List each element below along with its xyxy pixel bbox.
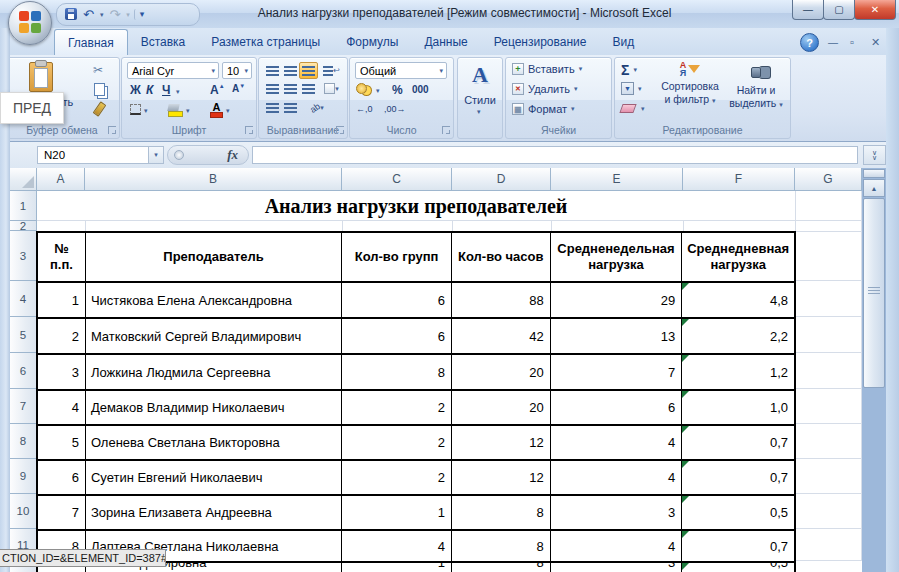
cell[interactable]: 0,7 [682, 426, 794, 459]
office-button[interactable] [8, 1, 52, 45]
decrease-decimal-icon[interactable]: ,00→ [384, 104, 406, 114]
ribbon-tab-1[interactable]: Вставка [128, 30, 199, 55]
row-header-3[interactable]: 3 [10, 231, 37, 281]
cell[interactable]: 6 [342, 319, 452, 353]
cell[interactable]: 6 [38, 461, 86, 494]
cell[interactable]: 0,5 [682, 496, 794, 529]
formula-input[interactable] [252, 146, 858, 164]
align-top-icon[interactable] [263, 62, 282, 79]
cell[interactable]: 4 [551, 461, 683, 494]
close-button[interactable]: ✕ [854, 0, 896, 20]
cell[interactable]: 2,2 [682, 319, 794, 353]
cell[interactable]: 1,2 [682, 355, 794, 389]
name-box-dropdown-icon[interactable]: ▾ [149, 146, 164, 164]
font-size-select[interactable]: 10▾ [222, 62, 252, 79]
ribbon-tab-0[interactable]: Главная [54, 29, 128, 56]
save-icon[interactable] [63, 7, 79, 23]
row-header-10[interactable]: 10 [10, 494, 37, 529]
cell[interactable]: 2 [38, 319, 86, 353]
cell[interactable]: 2 [342, 426, 452, 459]
cell[interactable]: Оленева Светлана Викторовна [86, 426, 342, 459]
workbook-restore-icon[interactable]: ▫ [850, 36, 854, 48]
decrease-indent-icon[interactable] [263, 99, 282, 116]
borders-dropdown-icon[interactable]: ▾ [144, 107, 148, 115]
clipboard-dialog-launcher-icon[interactable] [108, 126, 116, 134]
cell[interactable]: 4,8 [682, 283, 794, 317]
comma-style-button[interactable]: 000 [412, 84, 429, 95]
cell[interactable]: 42 [452, 319, 551, 353]
cell-styles-icon[interactable]: А [458, 62, 502, 88]
accounting-format-icon[interactable] [356, 83, 367, 94]
delete-cells-button[interactable]: ✕Удалить▾ [512, 83, 578, 95]
header-cell[interactable]: Кол-во часов [452, 233, 551, 281]
align-right-icon[interactable] [299, 80, 318, 97]
maximize-button[interactable]: ▢ [823, 0, 855, 20]
header-cell[interactable]: № п.п. [38, 233, 86, 281]
undo-icon[interactable]: ↶ [81, 7, 96, 22]
cell[interactable]: 4 [38, 391, 86, 424]
font-dialog-launcher-icon[interactable] [245, 126, 253, 134]
cell[interactable]: 4 [551, 531, 683, 561]
ribbon-tab-4[interactable]: Данные [411, 30, 480, 55]
cell[interactable]: 5 [38, 426, 86, 459]
cell[interactable]: 8 [452, 496, 551, 529]
cell[interactable]: 0,5 [682, 563, 794, 572]
fill-button[interactable]: ▼▾ [621, 82, 642, 95]
cell[interactable]: 8 [452, 563, 551, 572]
borders-icon[interactable] [130, 104, 141, 115]
cell[interactable]: 1 [342, 496, 452, 529]
undo-dropdown-icon[interactable]: ▾ [98, 10, 106, 19]
workbook-minimize-icon[interactable]: — [828, 37, 838, 48]
underline-button[interactable]: Ч [162, 83, 170, 97]
cell[interactable]: Зорина Елизавета Андреевна [86, 496, 342, 529]
wrap-text-icon[interactable]: ↩ [321, 62, 342, 79]
fill-color-icon[interactable] [168, 104, 183, 117]
column-header-B[interactable]: B [85, 168, 342, 191]
cell[interactable]: 6 [342, 283, 452, 317]
cell[interactable]: 0,7 [682, 531, 794, 561]
cell[interactable]: Суетин Евгений Николаевич [86, 461, 342, 494]
alignment-dialog-launcher-icon[interactable] [336, 126, 344, 134]
cell[interactable]: 3 [551, 563, 683, 572]
cell[interactable]: 1 [38, 283, 86, 317]
row-header-6[interactable]: 6 [10, 353, 37, 389]
italic-button[interactable]: К [146, 83, 153, 97]
cell[interactable]: 4 [551, 426, 683, 459]
help-icon[interactable]: ? [800, 33, 819, 52]
number-format-select[interactable]: Общий▾ [355, 62, 447, 79]
row-header-7[interactable]: 7 [10, 389, 37, 424]
column-header-G[interactable]: G [795, 168, 862, 191]
accounting-dropdown-icon[interactable]: ▾ [376, 87, 380, 95]
cell[interactable]: 3 [38, 355, 86, 389]
cell[interactable]: 2 [342, 461, 452, 494]
cell[interactable]: 7 [551, 355, 683, 389]
grow-font-button[interactable]: А▲ [210, 83, 225, 97]
scrollbar-split-handle[interactable] [863, 169, 885, 178]
header-cell[interactable]: Кол-во групп [342, 233, 452, 281]
ribbon-tab-2[interactable]: Разметка страницы [198, 30, 333, 55]
cell[interactable]: 12 [452, 426, 551, 459]
format-cells-button[interactable]: ▦Формат▾ [512, 103, 575, 115]
sort-filter-button[interactable]: АЯ Сортировка и фильтр ▾ [659, 61, 721, 106]
name-box[interactable]: N20 [37, 146, 149, 164]
column-header-A[interactable]: A [37, 168, 85, 191]
format-painter-icon[interactable] [96, 102, 103, 116]
cell[interactable]: 2 [342, 391, 452, 424]
insert-function-button[interactable]: fx [167, 145, 249, 165]
column-header-D[interactable]: D [452, 168, 551, 191]
redo-icon[interactable]: ↷ [107, 7, 122, 22]
number-dialog-launcher-icon[interactable] [442, 126, 450, 134]
font-name-select[interactable]: Arial Cyr▾ [127, 62, 219, 79]
align-center-icon[interactable] [281, 80, 300, 97]
percent-style-button[interactable]: % [392, 83, 403, 97]
cell[interactable]: 12 [452, 461, 551, 494]
clear-button[interactable]: ▾ [621, 104, 645, 113]
header-cell[interactable]: Средненедельная нагрузка [551, 233, 683, 281]
cell[interactable]: 8 [342, 355, 452, 389]
qat-customize-icon[interactable]: ▾ [134, 9, 147, 20]
ribbon-tab-3[interactable]: Формулы [333, 30, 411, 55]
copy-icon[interactable] [94, 83, 105, 96]
ribbon-tab-5[interactable]: Рецензирование [481, 30, 600, 55]
header-cell[interactable]: Среднедневная нагрузка [682, 233, 794, 281]
align-left-icon[interactable] [263, 80, 282, 97]
